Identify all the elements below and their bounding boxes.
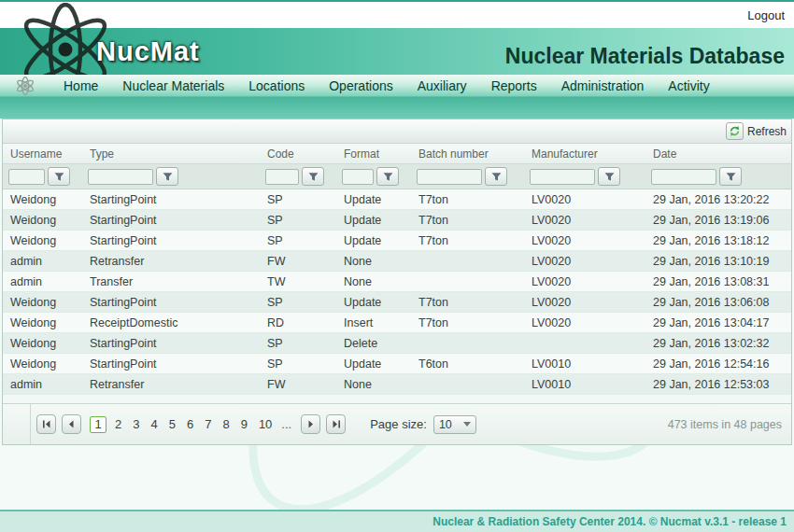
column-header-type[interactable]: Type — [82, 147, 260, 161]
table-cell: LV0020 — [524, 275, 645, 288]
filter-button-code[interactable] — [302, 167, 324, 186]
page-number[interactable]: 4 — [145, 417, 163, 431]
menu-item-auxiliary[interactable]: Auxiliary — [418, 78, 467, 93]
pager-bar: 12345678910... Page size: 10 473 items i… — [3, 403, 791, 444]
table-cell: Weidong — [3, 193, 82, 206]
filter-button-format[interactable] — [376, 167, 399, 186]
menu-item-home[interactable]: Home — [64, 78, 98, 93]
funnel-icon — [163, 172, 173, 182]
teal-separator-band — [0, 97, 794, 119]
menu-item-administration[interactable]: Administration — [561, 78, 645, 93]
menu-item-reports[interactable]: Reports — [491, 78, 537, 93]
table-cell: SP — [260, 214, 336, 227]
table-cell: 29 Jan, 2016 12:53:03 — [645, 378, 791, 391]
column-header-format[interactable]: Format — [336, 147, 411, 161]
page-number[interactable]: 10 — [253, 417, 277, 431]
menu-item-nuclear-materials[interactable]: Nuclear Materials — [122, 78, 224, 93]
table-cell: SP — [260, 193, 336, 206]
table-row[interactable]: WeidongStartingPointSPDelete29 Jan, 2016… — [3, 333, 791, 354]
filter-input-manufacturer[interactable] — [530, 169, 595, 185]
filter-button-manufacturer[interactable] — [598, 167, 620, 186]
column-header-username[interactable]: Username — [3, 147, 82, 161]
page-number[interactable]: 8 — [217, 417, 234, 431]
table-row[interactable]: adminTransferTWNoneLV002029 Jan, 2016 13… — [3, 272, 791, 292]
table-cell: admin — [3, 275, 82, 288]
table-cell: Weidong — [3, 316, 82, 329]
filter-button-date[interactable] — [719, 167, 742, 186]
column-header-batch-number[interactable]: Batch number — [411, 147, 524, 161]
table-row[interactable]: WeidongReceiptDomesticRDInsertT7tonLV002… — [3, 313, 791, 333]
logout-link[interactable]: Logout — [747, 8, 785, 22]
filter-button-type[interactable] — [156, 167, 178, 186]
table-row[interactable]: WeidongStartingPointSPUpdateT6tonLV00102… — [3, 354, 791, 374]
first-page-button[interactable] — [36, 414, 56, 434]
filter-button-batch-number[interactable] — [485, 167, 507, 186]
table-cell: Delete — [336, 337, 411, 350]
table-row[interactable]: WeidongStartingPointSPUpdateT7tonLV00202… — [3, 210, 791, 231]
table-cell: RD — [260, 316, 336, 329]
grid-toolbar: Refresh — [3, 119, 791, 144]
filter-input-format[interactable] — [342, 169, 374, 185]
prev-page-button[interactable] — [62, 414, 81, 434]
funnel-icon — [491, 172, 502, 182]
table-cell: Update — [336, 193, 411, 206]
filter-button-username[interactable] — [48, 167, 70, 186]
filter-input-type[interactable] — [88, 169, 153, 185]
column-header-code[interactable]: Code — [260, 147, 336, 161]
table-cell: admin — [3, 255, 82, 268]
table-row[interactable]: WeidongStartingPointSPUpdateT7tonLV00202… — [3, 292, 791, 313]
page-number[interactable]: 3 — [127, 417, 145, 431]
column-header-date[interactable]: Date — [645, 147, 791, 161]
page-number[interactable]: 5 — [163, 417, 181, 431]
table-cell: Weidong — [3, 296, 82, 309]
table-cell: LV0020 — [524, 193, 645, 206]
refresh-icon — [726, 122, 744, 140]
table-row[interactable]: WeidongStartingPointSPUpdateT7tonLV00202… — [3, 231, 791, 251]
filter-input-date[interactable] — [651, 169, 716, 185]
table-cell: 29 Jan, 2016 13:19:06 — [645, 214, 791, 227]
table-row[interactable]: adminRetransferFWNoneLV001029 Jan, 2016 … — [3, 374, 791, 395]
footer: Nuclear & Radiation Safety Center 2014. … — [0, 510, 794, 532]
page-ellipsis: ... — [277, 417, 295, 431]
next-page-button[interactable] — [301, 414, 320, 434]
funnel-icon — [726, 172, 736, 182]
table-cell: T7ton — [411, 193, 524, 206]
table-row[interactable]: WeidongStartingPointSPUpdateT7tonLV00202… — [3, 189, 791, 210]
table-cell: LV0020 — [524, 234, 645, 247]
table-cell: SP — [260, 234, 336, 247]
table-cell: StartingPoint — [82, 214, 260, 227]
page-number[interactable]: 7 — [199, 417, 217, 431]
menu-item-locations[interactable]: Locations — [248, 78, 305, 93]
main-menu: Home Nuclear Materials Locations Operati… — [0, 75, 794, 97]
column-header-manufacturer[interactable]: Manufacturer — [524, 147, 645, 161]
footer-text: Nuclear & Radiation Safety Center 2014. … — [432, 515, 787, 528]
menu-item-activity[interactable]: Activity — [668, 78, 709, 93]
filter-cell-batch-number — [411, 167, 524, 186]
table-cell: Weidong — [3, 357, 82, 371]
page-size-dropdown[interactable]: 10 — [433, 415, 476, 434]
table-cell: StartingPoint — [82, 357, 260, 371]
page-number[interactable]: 6 — [181, 417, 199, 431]
table-cell: SP — [260, 357, 336, 371]
filter-input-code[interactable] — [265, 169, 299, 185]
menu-item-operations[interactable]: Operations — [329, 78, 392, 93]
table-cell: T7ton — [411, 234, 524, 247]
filter-input-batch-number[interactable] — [417, 169, 482, 185]
table-cell: Retransfer — [82, 255, 260, 268]
table-row[interactable]: adminRetransferFWNoneLV002029 Jan, 2016 … — [3, 251, 791, 272]
filter-input-username[interactable] — [8, 169, 45, 185]
table-cell: T7ton — [411, 214, 524, 227]
table-cell: StartingPoint — [82, 337, 260, 350]
filter-cell-username — [3, 167, 82, 186]
table-cell: 29 Jan, 2016 12:54:16 — [645, 357, 791, 371]
page-size-value: 10 — [439, 418, 452, 431]
table-cell: LV0020 — [524, 214, 645, 227]
page-number-current[interactable]: 1 — [90, 416, 106, 433]
page-number[interactable]: 9 — [235, 417, 253, 431]
page-number[interactable]: 2 — [109, 417, 127, 431]
table-rows: WeidongStartingPointSPUpdateT7tonLV00202… — [3, 189, 791, 403]
table-cell: Update — [336, 296, 411, 309]
table-cell: T7ton — [411, 316, 524, 329]
last-page-button[interactable] — [326, 414, 346, 434]
refresh-button[interactable]: Refresh — [726, 122, 787, 140]
